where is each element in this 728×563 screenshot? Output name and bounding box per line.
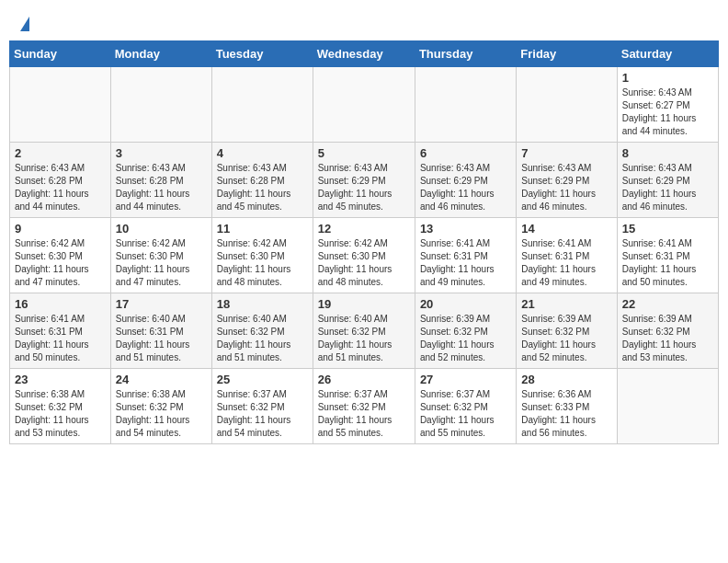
day-number: 22	[622, 297, 713, 311]
day-info: Sunrise: 6:41 AM Sunset: 6:31 PM Dayligh…	[15, 313, 106, 364]
day-number: 10	[116, 222, 207, 236]
calendar-cell	[313, 67, 415, 143]
day-number: 6	[420, 146, 511, 160]
calendar-week-3: 9Sunrise: 6:42 AM Sunset: 6:30 PM Daylig…	[10, 218, 719, 293]
day-number: 8	[622, 146, 713, 160]
calendar-cell: 28Sunrise: 6:36 AM Sunset: 6:33 PM Dayli…	[517, 369, 617, 444]
weekday-header-sunday: Sunday	[10, 41, 111, 67]
weekday-header-thursday: Thursday	[415, 41, 516, 67]
day-number: 5	[318, 146, 410, 160]
calendar-cell: 23Sunrise: 6:38 AM Sunset: 6:32 PM Dayli…	[10, 369, 111, 444]
calendar-cell	[110, 67, 211, 143]
day-number: 20	[420, 297, 511, 311]
day-number: 15	[622, 222, 713, 236]
day-info: Sunrise: 6:39 AM Sunset: 6:32 PM Dayligh…	[622, 313, 713, 364]
calendar-cell: 15Sunrise: 6:41 AM Sunset: 6:31 PM Dayli…	[617, 218, 718, 293]
day-info: Sunrise: 6:38 AM Sunset: 6:32 PM Dayligh…	[116, 388, 207, 440]
day-number: 2	[15, 146, 106, 160]
weekday-header-monday: Monday	[110, 41, 211, 67]
day-number: 13	[420, 222, 511, 236]
calendar-cell	[10, 67, 111, 143]
calendar-cell: 22Sunrise: 6:39 AM Sunset: 6:32 PM Dayli…	[617, 293, 718, 369]
day-info: Sunrise: 6:40 AM Sunset: 6:31 PM Dayligh…	[116, 313, 207, 364]
calendar-cell: 4Sunrise: 6:43 AM Sunset: 6:28 PM Daylig…	[211, 143, 313, 218]
day-info: Sunrise: 6:40 AM Sunset: 6:32 PM Dayligh…	[217, 313, 308, 364]
calendar-cell: 20Sunrise: 6:39 AM Sunset: 6:32 PM Dayli…	[415, 293, 516, 369]
day-number: 28	[521, 373, 611, 386]
calendar-table: SundayMondayTuesdayWednesdayThursdayFrid…	[9, 40, 719, 444]
day-info: Sunrise: 6:41 AM Sunset: 6:31 PM Dayligh…	[622, 237, 713, 289]
day-info: Sunrise: 6:43 AM Sunset: 6:28 PM Dayligh…	[116, 162, 207, 213]
calendar-cell	[617, 369, 718, 444]
calendar-week-1: 1Sunrise: 6:43 AM Sunset: 6:27 PM Daylig…	[10, 67, 719, 143]
day-info: Sunrise: 6:37 AM Sunset: 6:32 PM Dayligh…	[318, 388, 410, 440]
calendar-cell: 16Sunrise: 6:41 AM Sunset: 6:31 PM Dayli…	[10, 293, 111, 369]
logo	[18, 17, 29, 31]
day-info: Sunrise: 6:43 AM Sunset: 6:29 PM Dayligh…	[521, 162, 611, 213]
day-number: 27	[420, 373, 511, 386]
day-info: Sunrise: 6:37 AM Sunset: 6:32 PM Dayligh…	[217, 388, 308, 440]
day-number: 16	[15, 297, 106, 311]
day-info: Sunrise: 6:43 AM Sunset: 6:29 PM Dayligh…	[318, 162, 410, 213]
calendar-cell: 12Sunrise: 6:42 AM Sunset: 6:30 PM Dayli…	[313, 218, 415, 293]
day-info: Sunrise: 6:43 AM Sunset: 6:27 PM Dayligh…	[622, 86, 713, 138]
calendar-cell: 5Sunrise: 6:43 AM Sunset: 6:29 PM Daylig…	[313, 143, 415, 218]
weekday-header-friday: Friday	[517, 41, 617, 67]
weekday-header-saturday: Saturday	[617, 41, 718, 67]
calendar-cell: 1Sunrise: 6:43 AM Sunset: 6:27 PM Daylig…	[617, 67, 718, 143]
day-number: 4	[217, 146, 308, 160]
calendar-cell: 17Sunrise: 6:40 AM Sunset: 6:31 PM Dayli…	[110, 293, 211, 369]
day-info: Sunrise: 6:39 AM Sunset: 6:32 PM Dayligh…	[521, 313, 611, 364]
calendar-cell: 26Sunrise: 6:37 AM Sunset: 6:32 PM Dayli…	[313, 369, 415, 444]
day-number: 3	[116, 146, 207, 160]
calendar-cell	[517, 67, 617, 143]
calendar-cell: 11Sunrise: 6:42 AM Sunset: 6:30 PM Dayli…	[211, 218, 313, 293]
day-number: 21	[521, 297, 611, 311]
logo-triangle-icon	[20, 17, 29, 31]
calendar-cell: 8Sunrise: 6:43 AM Sunset: 6:29 PM Daylig…	[617, 143, 718, 218]
day-info: Sunrise: 6:42 AM Sunset: 6:30 PM Dayligh…	[318, 237, 410, 289]
calendar-cell: 6Sunrise: 6:43 AM Sunset: 6:29 PM Daylig…	[415, 143, 516, 218]
page-header	[9, 9, 719, 35]
day-info: Sunrise: 6:43 AM Sunset: 6:29 PM Dayligh…	[420, 162, 511, 213]
day-number: 19	[318, 297, 410, 311]
day-info: Sunrise: 6:41 AM Sunset: 6:31 PM Dayligh…	[420, 237, 511, 289]
weekday-header-wednesday: Wednesday	[313, 41, 415, 67]
day-info: Sunrise: 6:41 AM Sunset: 6:31 PM Dayligh…	[521, 237, 611, 289]
day-number: 1	[622, 71, 713, 85]
day-number: 26	[318, 373, 410, 386]
calendar-week-4: 16Sunrise: 6:41 AM Sunset: 6:31 PM Dayli…	[10, 293, 719, 369]
day-info: Sunrise: 6:39 AM Sunset: 6:32 PM Dayligh…	[420, 313, 511, 364]
day-info: Sunrise: 6:43 AM Sunset: 6:29 PM Dayligh…	[622, 162, 713, 213]
calendar-cell: 10Sunrise: 6:42 AM Sunset: 6:30 PM Dayli…	[110, 218, 211, 293]
day-info: Sunrise: 6:43 AM Sunset: 6:28 PM Dayligh…	[15, 162, 106, 213]
calendar-week-5: 23Sunrise: 6:38 AM Sunset: 6:32 PM Dayli…	[10, 369, 719, 444]
calendar-cell: 3Sunrise: 6:43 AM Sunset: 6:28 PM Daylig…	[110, 143, 211, 218]
day-info: Sunrise: 6:42 AM Sunset: 6:30 PM Dayligh…	[116, 237, 207, 289]
day-info: Sunrise: 6:36 AM Sunset: 6:33 PM Dayligh…	[521, 388, 611, 440]
day-number: 9	[15, 222, 106, 236]
day-number: 12	[318, 222, 410, 236]
calendar-cell: 9Sunrise: 6:42 AM Sunset: 6:30 PM Daylig…	[10, 218, 111, 293]
day-number: 24	[116, 373, 207, 386]
day-number: 18	[217, 297, 308, 311]
day-info: Sunrise: 6:43 AM Sunset: 6:28 PM Dayligh…	[217, 162, 308, 213]
calendar-cell: 25Sunrise: 6:37 AM Sunset: 6:32 PM Dayli…	[211, 369, 313, 444]
calendar-cell: 2Sunrise: 6:43 AM Sunset: 6:28 PM Daylig…	[10, 143, 111, 218]
day-info: Sunrise: 6:42 AM Sunset: 6:30 PM Dayligh…	[15, 237, 106, 289]
day-info: Sunrise: 6:42 AM Sunset: 6:30 PM Dayligh…	[217, 237, 308, 289]
day-number: 25	[217, 373, 308, 386]
calendar-cell: 21Sunrise: 6:39 AM Sunset: 6:32 PM Dayli…	[517, 293, 617, 369]
day-number: 17	[116, 297, 207, 311]
calendar-cell: 27Sunrise: 6:37 AM Sunset: 6:32 PM Dayli…	[415, 369, 516, 444]
calendar-cell	[211, 67, 313, 143]
day-number: 11	[217, 222, 308, 236]
calendar-cell: 14Sunrise: 6:41 AM Sunset: 6:31 PM Dayli…	[517, 218, 617, 293]
day-info: Sunrise: 6:40 AM Sunset: 6:32 PM Dayligh…	[318, 313, 410, 364]
calendar-week-2: 2Sunrise: 6:43 AM Sunset: 6:28 PM Daylig…	[10, 143, 719, 218]
day-number: 7	[521, 146, 611, 160]
weekday-header-tuesday: Tuesday	[211, 41, 313, 67]
day-number: 23	[15, 373, 106, 386]
calendar-cell: 19Sunrise: 6:40 AM Sunset: 6:32 PM Dayli…	[313, 293, 415, 369]
calendar-cell	[415, 67, 516, 143]
